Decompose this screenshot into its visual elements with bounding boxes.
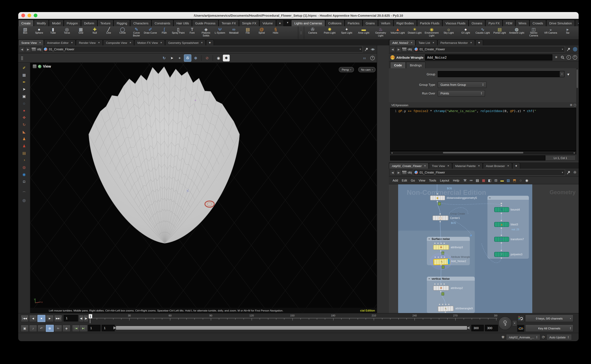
menu-edit[interactable]: Edit (400, 179, 409, 182)
close-tab-icon[interactable]: × (98, 41, 100, 44)
shelf-tab-characters[interactable]: Characters (130, 20, 152, 26)
output-dot[interactable] (440, 264, 442, 266)
step-forward-button[interactable]: |▶ (83, 315, 88, 322)
node-attribwrangle9[interactable]: ϟ (437, 306, 454, 312)
node-name-label[interactable]: polywire3 (511, 253, 522, 256)
tab-code[interactable]: Code (390, 62, 406, 68)
pane-tab-tree-view[interactable]: Tree View× (429, 163, 452, 169)
shelf-tab-texture[interactable]: Texture (97, 20, 114, 26)
close-tab-icon[interactable]: × (411, 41, 412, 44)
group-type-dropdown[interactable]: Guess from Group▲▼ (438, 81, 487, 88)
shelf-tool-curve-bezier[interactable]: ✎Curve Bezier (129, 27, 143, 37)
shelf-tool-caustic-light[interactable]: ∿Caustic Light (474, 27, 491, 34)
frame-selection-icon[interactable]: ⊕ (192, 54, 199, 61)
tab-bindings[interactable]: Bindings (406, 62, 426, 68)
search-icon[interactable] (560, 55, 565, 60)
shelf-tab-rigid-bodies[interactable]: Rigid Bodies (393, 20, 417, 26)
input-dot[interactable] (448, 304, 450, 305)
collapse-icon[interactable]: − (489, 196, 491, 199)
shapes-icon[interactable]: ◧ (487, 178, 492, 183)
camera-link-menu[interactable]: No cam▾ (358, 67, 376, 72)
pane-tab-motion-fx-view[interactable]: Motion FX View× (134, 39, 165, 46)
shelf-tool-draw-curve[interactable]: ✐Draw Curve (143, 27, 157, 34)
input-dot[interactable] (501, 250, 502, 251)
node-name-label[interactable]: Add_Noise2 (451, 260, 466, 263)
help-circle-icon[interactable]: ? (369, 54, 376, 61)
saturn-icon[interactable] (370, 47, 375, 52)
pane-tab-geometry-spreadsheet[interactable]: Geometry Spreadsheet× (165, 39, 206, 46)
output-dot[interactable] (501, 258, 502, 259)
input-dot[interactable] (440, 213, 441, 214)
key-options-dropdown[interactable]: ▼ (512, 320, 517, 326)
shelf-tool-spiral[interactable]: @Spiral (255, 27, 269, 34)
node-attribvop3[interactable]: ❖ (433, 245, 449, 250)
editor-hscrollbar[interactable]: ◀ ▶ (390, 151, 576, 154)
input-dot[interactable] (443, 283, 445, 285)
clock-tool-icon[interactable]: ◔ (20, 157, 28, 164)
network-editor[interactable]: Non-Commercial EditionGeometry−−Surface … (389, 184, 579, 313)
shelf-tool-geometry-light[interactable]: ♨Geometry Light (372, 27, 389, 37)
back-button[interactable]: ◀ (390, 47, 395, 52)
shelf-tool-null[interactable]: ✚Null (88, 27, 102, 34)
collapse-icon[interactable]: − (428, 237, 430, 240)
tick-display-icon[interactable]: ılıı (54, 325, 62, 332)
shelf-tool-metaball[interactable]: ∞Metaball (227, 27, 241, 34)
menu-help[interactable]: Help (451, 179, 461, 182)
menu-view[interactable]: View (417, 179, 427, 182)
realtime-toggle-icon[interactable]: ▣ (21, 325, 29, 332)
node-polywire3[interactable]: Y (494, 252, 509, 257)
display-options-icon[interactable]: ✱ (223, 54, 230, 61)
input-dot[interactable] (437, 283, 439, 285)
select-arrow-icon[interactable]: ➤ (168, 54, 175, 61)
shelf-tool-path[interactable]: ∫Path (157, 27, 171, 34)
current-frame-field[interactable]: 1 (64, 315, 78, 321)
shelf-tab-hair-utils[interactable]: Hair Utils (173, 20, 192, 26)
shelf-tool-line[interactable]: ╱Line (102, 27, 116, 34)
audio-icon[interactable]: ♪ (29, 325, 37, 332)
lens-tool-icon[interactable]: ◎ (20, 197, 28, 204)
input-dot[interactable] (437, 243, 439, 244)
shelf-tab-particles[interactable]: Particles (344, 20, 363, 26)
pane-tab-material-palette[interactable]: Material Palette× (452, 163, 483, 169)
shelf-tool-circle[interactable]: ◯Circle (116, 27, 129, 34)
range-end2-field[interactable]: 300 (485, 325, 498, 331)
playback-mode-icon[interactable]: ⊕ (46, 325, 54, 332)
shelf-tab-crowds[interactable]: Crowds (530, 20, 546, 26)
prev-keyframe-button[interactable]: |◀ (72, 325, 80, 332)
shelf-tool-sphere[interactable]: ●Sphere (32, 27, 46, 34)
output-dot[interactable] (437, 201, 438, 202)
pane-tab-performance-monitor[interactable]: Performance Monitor× (437, 39, 475, 46)
shelf-tool-tube[interactable]: ▮Tube (46, 27, 60, 34)
node-name-label[interactable]: blast3 (511, 223, 518, 226)
expand-editor-icon[interactable]: ⊞ (570, 104, 572, 106)
path-dropdown-icon[interactable]: ▼ (359, 48, 361, 50)
pin-icon[interactable] (566, 47, 571, 52)
close-tab-icon[interactable]: × (433, 41, 434, 44)
pane-tab-take-list[interactable]: Take List× (416, 39, 437, 46)
move-tool-icon[interactable]: ✥ (20, 114, 28, 121)
node-name-field[interactable]: Add_Noise2 (425, 54, 552, 60)
input-dot[interactable] (440, 243, 442, 244)
timeline-ruler[interactable]: 3060901201501802102402703001 (89, 313, 497, 323)
pane-tab-add-noise2[interactable]: Add_Noise2× (389, 39, 416, 46)
scene-viewport[interactable]: View Persp▾ No cam▾ x y Left mouse tumbl… (30, 63, 377, 313)
add-pane-tab-button[interactable]: + (512, 163, 520, 169)
prev-frame-button[interactable]: ◀ (29, 315, 37, 322)
add-pane-tab-button[interactable]: + (206, 39, 214, 46)
output-dot[interactable] (501, 213, 502, 214)
next-keyframe-button[interactable]: ▶| (80, 325, 87, 332)
shelf-tool-volume-light[interactable]: ▲Volume Light (389, 27, 406, 34)
close-tab-icon[interactable]: × (201, 41, 203, 44)
menu-layout[interactable]: Layout (438, 179, 451, 182)
shelf-tool-point-light[interactable]: ✺Point Light (321, 27, 338, 34)
panel-icon[interactable]: ⊟ (493, 178, 499, 183)
shelf-tool-distant-light[interactable]: ☀Distant Light (406, 27, 423, 34)
set-key-button[interactable] (498, 317, 512, 330)
keyframe-colors-icon[interactable] (517, 315, 524, 322)
update-mode-button[interactable]: Auto Update ▲▼ (546, 334, 572, 340)
info-icon[interactable]: i (566, 55, 571, 60)
network-box-header[interactable]: −vertical Noise (427, 277, 475, 281)
shelf-tab-terrain-fx[interactable]: Terrain FX (219, 20, 239, 26)
input-dot[interactable] (437, 193, 438, 195)
shelf-tab-fem[interactable]: FEM (503, 20, 515, 26)
